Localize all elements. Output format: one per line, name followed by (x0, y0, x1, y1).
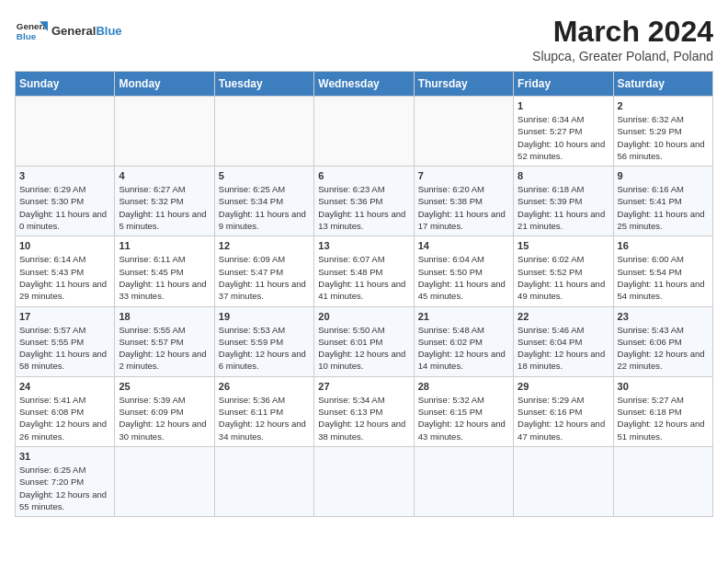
day-number: 28 (418, 381, 509, 392)
calendar-day-cell: 2Sunrise: 6:32 AM Sunset: 5:29 PM Daylig… (613, 97, 712, 167)
calendar-day-cell: 24Sunrise: 5:41 AM Sunset: 6:08 PM Dayli… (16, 376, 115, 446)
day-info: Sunrise: 5:32 AM Sunset: 6:15 PM Dayligh… (418, 394, 509, 442)
calendar-day-cell: 14Sunrise: 6:04 AM Sunset: 5:50 PM Dayli… (414, 236, 513, 306)
day-number: 15 (518, 240, 609, 251)
calendar-day-cell (214, 97, 313, 167)
month-year: March 2024 (532, 15, 713, 49)
calendar-week-row: 31Sunrise: 6:25 AM Sunset: 7:20 PM Dayli… (16, 446, 713, 516)
calendar-day-cell: 8Sunrise: 6:18 AM Sunset: 5:39 PM Daylig… (514, 167, 613, 236)
calendar-day-cell (613, 446, 712, 516)
day-info: Sunrise: 5:57 AM Sunset: 5:55 PM Dayligh… (19, 324, 110, 373)
logo-general: General (51, 24, 96, 38)
day-info: Sunrise: 6:29 AM Sunset: 5:30 PM Dayligh… (19, 183, 110, 232)
title-area: March 2024 Slupca, Greater Poland, Polan… (532, 15, 713, 63)
day-info: Sunrise: 6:07 AM Sunset: 5:48 PM Dayligh… (318, 253, 409, 302)
calendar-day-cell: 5Sunrise: 6:25 AM Sunset: 5:34 PM Daylig… (214, 167, 313, 236)
day-info: Sunrise: 6:27 AM Sunset: 5:32 PM Dayligh… (119, 183, 210, 232)
calendar-day-cell (16, 97, 115, 167)
calendar-day-cell (115, 97, 214, 167)
calendar-day-cell: 10Sunrise: 6:14 AM Sunset: 5:43 PM Dayli… (16, 236, 115, 306)
logo: General Blue GeneralBlue (15, 15, 122, 48)
day-number: 18 (119, 311, 210, 322)
calendar-week-row: 17Sunrise: 5:57 AM Sunset: 5:55 PM Dayli… (16, 306, 713, 376)
day-info: Sunrise: 6:14 AM Sunset: 5:43 PM Dayligh… (19, 253, 110, 302)
calendar-day-cell: 4Sunrise: 6:27 AM Sunset: 5:32 PM Daylig… (115, 167, 214, 236)
calendar-day-cell: 18Sunrise: 5:55 AM Sunset: 5:57 PM Dayli… (115, 306, 214, 376)
weekday-header: Friday (514, 72, 613, 97)
day-number: 22 (518, 311, 609, 322)
calendar-day-cell: 21Sunrise: 5:48 AM Sunset: 6:02 PM Dayli… (414, 306, 513, 376)
calendar-day-cell: 31Sunrise: 6:25 AM Sunset: 7:20 PM Dayli… (16, 446, 115, 516)
calendar-day-cell: 12Sunrise: 6:09 AM Sunset: 5:47 PM Dayli… (214, 236, 313, 306)
weekday-header: Wednesday (314, 72, 414, 97)
day-info: Sunrise: 6:25 AM Sunset: 7:20 PM Dayligh… (19, 464, 110, 512)
calendar-day-cell: 30Sunrise: 5:27 AM Sunset: 6:18 PM Dayli… (613, 376, 712, 446)
calendar-day-cell (314, 97, 414, 167)
calendar-day-cell: 13Sunrise: 6:07 AM Sunset: 5:48 PM Dayli… (314, 236, 414, 306)
day-number: 23 (618, 311, 709, 322)
day-info: Sunrise: 5:48 AM Sunset: 6:02 PM Dayligh… (418, 324, 509, 373)
day-info: Sunrise: 6:34 AM Sunset: 5:27 PM Dayligh… (518, 113, 609, 162)
day-number: 20 (318, 311, 409, 322)
calendar-day-cell (314, 446, 414, 516)
day-number: 26 (219, 381, 310, 392)
calendar-day-cell: 20Sunrise: 5:50 AM Sunset: 6:01 PM Dayli… (314, 306, 414, 376)
day-info: Sunrise: 5:34 AM Sunset: 6:13 PM Dayligh… (318, 394, 409, 442)
day-info: Sunrise: 6:00 AM Sunset: 5:54 PM Dayligh… (618, 253, 709, 302)
day-info: Sunrise: 5:39 AM Sunset: 6:09 PM Dayligh… (119, 394, 210, 442)
day-info: Sunrise: 5:29 AM Sunset: 6:16 PM Dayligh… (518, 394, 609, 442)
calendar-day-cell: 6Sunrise: 6:23 AM Sunset: 5:36 PM Daylig… (314, 167, 414, 236)
calendar-day-cell: 11Sunrise: 6:11 AM Sunset: 5:45 PM Dayli… (115, 236, 214, 306)
weekday-header: Tuesday (214, 72, 313, 97)
day-info: Sunrise: 5:41 AM Sunset: 6:08 PM Dayligh… (19, 394, 110, 442)
day-info: Sunrise: 6:32 AM Sunset: 5:29 PM Dayligh… (618, 113, 709, 162)
calendar-day-cell (115, 446, 214, 516)
day-info: Sunrise: 6:04 AM Sunset: 5:50 PM Dayligh… (418, 253, 509, 302)
weekday-header: Thursday (414, 72, 513, 97)
calendar-day-cell: 27Sunrise: 5:34 AM Sunset: 6:13 PM Dayli… (314, 376, 414, 446)
day-info: Sunrise: 6:16 AM Sunset: 5:41 PM Dayligh… (618, 183, 709, 232)
day-info: Sunrise: 6:11 AM Sunset: 5:45 PM Dayligh… (119, 253, 210, 302)
day-info: Sunrise: 6:18 AM Sunset: 5:39 PM Dayligh… (518, 183, 609, 232)
calendar-day-cell: 7Sunrise: 6:20 AM Sunset: 5:38 PM Daylig… (414, 167, 513, 236)
day-number: 29 (518, 381, 609, 392)
day-number: 3 (19, 170, 110, 181)
calendar-day-cell: 25Sunrise: 5:39 AM Sunset: 6:09 PM Dayli… (115, 376, 214, 446)
svg-text:Blue: Blue (17, 31, 37, 41)
day-number: 8 (518, 170, 609, 181)
logo-icon: General Blue (15, 15, 48, 48)
calendar-body: 1Sunrise: 6:34 AM Sunset: 5:27 PM Daylig… (16, 97, 713, 517)
calendar-week-row: 3Sunrise: 6:29 AM Sunset: 5:30 PM Daylig… (16, 167, 713, 236)
calendar-day-cell: 22Sunrise: 5:46 AM Sunset: 6:04 PM Dayli… (514, 306, 613, 376)
calendar-day-cell: 9Sunrise: 6:16 AM Sunset: 5:41 PM Daylig… (613, 167, 712, 236)
calendar-day-cell (414, 97, 513, 167)
day-number: 4 (119, 170, 210, 181)
day-number: 7 (418, 170, 509, 181)
day-number: 16 (618, 240, 709, 251)
day-info: Sunrise: 6:20 AM Sunset: 5:38 PM Dayligh… (418, 183, 509, 232)
header: General Blue GeneralBlue March 2024 Slup… (15, 15, 713, 63)
calendar-week-row: 10Sunrise: 6:14 AM Sunset: 5:43 PM Dayli… (16, 236, 713, 306)
day-number: 5 (219, 170, 310, 181)
calendar-table: SundayMondayTuesdayWednesdayThursdayFrid… (15, 71, 713, 517)
day-number: 6 (318, 170, 409, 181)
day-info: Sunrise: 6:23 AM Sunset: 5:36 PM Dayligh… (318, 183, 409, 232)
logo-blue: Blue (96, 24, 121, 38)
day-number: 2 (618, 100, 709, 111)
calendar-day-cell (514, 446, 613, 516)
day-number: 30 (618, 381, 709, 392)
day-number: 27 (318, 381, 409, 392)
day-info: Sunrise: 5:27 AM Sunset: 6:18 PM Dayligh… (618, 394, 709, 442)
calendar-day-cell: 17Sunrise: 5:57 AM Sunset: 5:55 PM Dayli… (16, 306, 115, 376)
calendar-header: SundayMondayTuesdayWednesdayThursdayFrid… (16, 72, 713, 97)
day-number: 21 (418, 311, 509, 322)
calendar-day-cell: 3Sunrise: 6:29 AM Sunset: 5:30 PM Daylig… (16, 167, 115, 236)
day-number: 19 (219, 311, 310, 322)
day-number: 1 (518, 100, 609, 111)
day-number: 25 (119, 381, 210, 392)
day-info: Sunrise: 5:55 AM Sunset: 5:57 PM Dayligh… (119, 324, 210, 373)
day-number: 12 (219, 240, 310, 251)
calendar-day-cell: 15Sunrise: 6:02 AM Sunset: 5:52 PM Dayli… (514, 236, 613, 306)
calendar-week-row: 24Sunrise: 5:41 AM Sunset: 6:08 PM Dayli… (16, 376, 713, 446)
day-info: Sunrise: 6:09 AM Sunset: 5:47 PM Dayligh… (219, 253, 310, 302)
